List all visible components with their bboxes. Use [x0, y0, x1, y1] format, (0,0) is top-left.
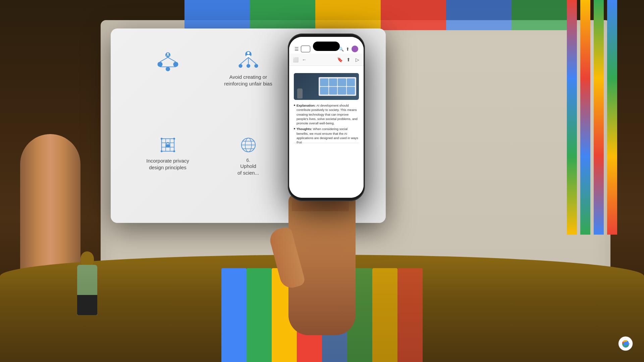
strip-red — [381, 0, 446, 30]
mini-dot-6 — [329, 87, 337, 95]
user-avatar[interactable] — [352, 46, 358, 52]
phone-content: Explanation: AI development should contr… — [289, 66, 364, 198]
mini-dot-4 — [347, 78, 355, 86]
mini-dot-7 — [338, 87, 346, 95]
strip-blue2 — [446, 0, 512, 30]
mini-dot-1 — [320, 78, 328, 86]
bar-green — [247, 268, 272, 362]
right-bar-green — [594, 0, 604, 235]
right-bar-blue — [607, 0, 617, 235]
slide-label-5: Incorporate privacydesign principles — [146, 158, 189, 171]
status-left: ☰ — [294, 46, 310, 52]
mini-dot-3 — [338, 78, 346, 86]
svg-point-31 — [173, 138, 175, 140]
mini-dot-8 — [347, 87, 355, 95]
svg-line-5 — [168, 57, 175, 62]
status-right: 🔍 ⬆ — [338, 46, 358, 52]
slide-item-5: Incorporate privacydesign principles — [131, 129, 205, 206]
slide-item-6: 6. Upholdof scien... — [211, 129, 285, 206]
tab-icon[interactable]: ⬜ — [292, 57, 299, 63]
presenter-head — [80, 251, 94, 266]
strip-green — [250, 0, 315, 30]
svg-line-14 — [240, 57, 248, 64]
mini-dot-2 — [329, 78, 337, 86]
bullet-dot-2 — [294, 128, 295, 129]
right-bar-red — [567, 0, 577, 235]
right-bar-yellow — [580, 0, 590, 235]
svg-point-10 — [247, 52, 250, 54]
bullet-text-explanation: Explanation: AI development should contr… — [297, 103, 359, 125]
bullet-text-thoughts: Thoughts: When considering social benefi… — [297, 127, 359, 144]
thumbnail-person — [297, 88, 303, 99]
more-icon[interactable]: ▷ — [354, 57, 360, 63]
bookmark-icon[interactable]: 🔖 — [337, 57, 343, 63]
top-color-strips — [184, 0, 577, 30]
bar-blue — [221, 268, 247, 362]
svg-point-8 — [167, 53, 169, 55]
back-icon[interactable]: ← — [301, 57, 307, 63]
presenter-pants — [77, 295, 97, 315]
share-toolbar-icon[interactable]: ⬆ — [345, 57, 352, 63]
share-icon[interactable]: ⬆ — [346, 47, 350, 52]
google-logo — [617, 335, 634, 352]
strip-yellow — [315, 0, 381, 30]
network-nodes-icon — [155, 49, 180, 74]
bullet-thoughts: Thoughts: When considering social benefi… — [294, 127, 359, 144]
hand-container — [275, 194, 376, 362]
bar-yellow2 — [372, 268, 397, 362]
phone-mockup[interactable]: ☰ 🔍 ⬆ ⬜ ← 🔖 ⬆ ▷ — [288, 34, 365, 201]
phone-toolbar: ⬜ ← 🔖 ⬆ ▷ — [289, 54, 364, 66]
slide-item-2: Avoid creating orreinforcing unfair bias — [211, 45, 285, 122]
bar-red2 — [397, 268, 423, 362]
slide-item-1 — [131, 45, 205, 122]
svg-point-32 — [160, 150, 162, 152]
svg-line-16 — [248, 57, 256, 64]
svg-point-13 — [254, 64, 258, 68]
svg-line-4 — [160, 57, 168, 62]
presenter — [74, 248, 101, 315]
explanation-label: Explanation: — [297, 104, 316, 107]
bullet-dot-1 — [294, 105, 295, 106]
slide-label-6: Upholdof scien... — [237, 163, 259, 176]
p-app-icon[interactable] — [301, 46, 310, 52]
svg-point-11 — [238, 64, 242, 68]
svg-point-3 — [165, 67, 170, 71]
lock-grid-icon — [155, 132, 180, 158]
person-node-icon — [236, 49, 261, 74]
bottom-note — [294, 143, 359, 144]
svg-point-33 — [173, 150, 175, 152]
mini-slide — [319, 77, 356, 96]
phone-inner: ☰ 🔍 ⬆ ⬜ ← 🔖 ⬆ ▷ — [289, 37, 364, 198]
menu-icon[interactable]: ☰ — [294, 46, 299, 52]
svg-point-2 — [173, 62, 178, 67]
bullet-explanation: Explanation: AI development should contr… — [294, 103, 359, 125]
svg-point-1 — [157, 62, 162, 67]
strip-blue — [184, 0, 250, 30]
google-icon — [618, 336, 633, 351]
globe-network-icon — [236, 132, 261, 158]
svg-point-12 — [246, 64, 250, 68]
svg-rect-29 — [166, 144, 169, 147]
slide-label-2: Avoid creating orreinforcing unfair bias — [224, 74, 272, 87]
slide-number-6: 6. — [246, 158, 250, 163]
thumbnail-inner — [294, 73, 359, 100]
dynamic-island — [313, 42, 340, 51]
doc-thumbnail — [294, 73, 359, 100]
mini-dot-5 — [320, 87, 328, 95]
thoughts-label: Thoughts: — [297, 127, 312, 131]
svg-point-30 — [160, 138, 162, 140]
